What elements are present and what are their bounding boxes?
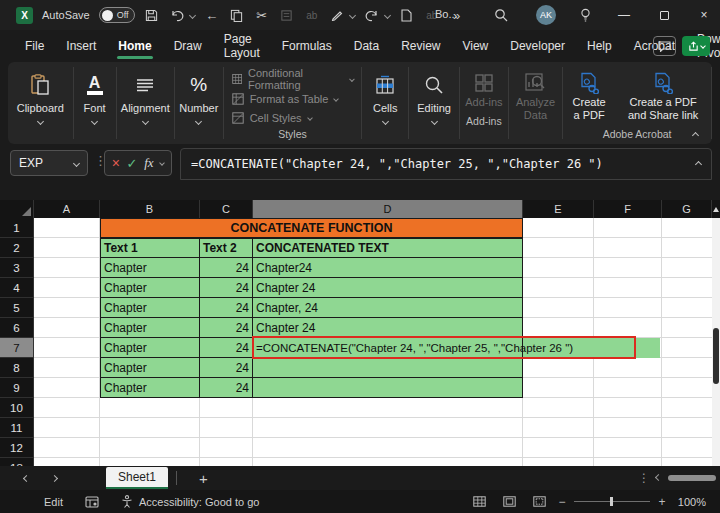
vertical-scrollbar[interactable] [712, 200, 720, 466]
select-all-button[interactable] [0, 200, 34, 218]
clipboard-group-button[interactable]: Clipboard [8, 62, 73, 144]
cell-d7-formula[interactable]: =CONCATENATE("Chapter 24, ","Chapter 25,… [253, 338, 523, 358]
zoom-level[interactable]: 100% [670, 496, 706, 508]
undo-icon[interactable] [169, 7, 185, 23]
tab-developer[interactable]: Developer [499, 30, 576, 62]
row-header-6[interactable]: 6 [0, 318, 34, 338]
row-header-4[interactable]: 4 [0, 278, 34, 298]
cell-c5[interactable]: 24 [200, 298, 253, 318]
column-header-f[interactable]: F [594, 200, 662, 218]
prev-sheet-chevron-icon[interactable] [22, 474, 29, 481]
cut-icon[interactable]: ✂ [254, 7, 270, 23]
tab-review[interactable]: Review [390, 30, 451, 62]
row-header-5[interactable]: 5 [0, 298, 34, 318]
cell-b7[interactable]: Chapter [100, 338, 200, 358]
tab-help[interactable]: Help [576, 30, 623, 62]
pen-icon[interactable] [329, 7, 345, 23]
cell-b2[interactable]: Text 1 [100, 238, 200, 258]
cell-b3[interactable]: Chapter [100, 258, 200, 278]
row-header-11[interactable]: 11 [0, 418, 34, 438]
column-header-d[interactable]: D [253, 200, 523, 218]
zoom-slider[interactable] [574, 501, 650, 502]
redo-dropdown-chevron-icon[interactable] [384, 11, 391, 18]
row-header-13[interactable]: 13 [0, 458, 34, 466]
autosave-toggle[interactable]: Off [99, 7, 135, 23]
record-macro-icon[interactable] [85, 496, 99, 508]
cell-b5[interactable]: Chapter [100, 298, 200, 318]
cell-d6[interactable]: Chapter 24 [253, 318, 523, 338]
number-group-button[interactable]: % Number [175, 62, 223, 144]
font-group-button[interactable]: A Font [73, 62, 115, 144]
cell-b6[interactable]: Chapter [100, 318, 200, 338]
zoom-out-button[interactable]: − [554, 495, 570, 509]
add-sheet-button[interactable]: + [199, 470, 208, 487]
row-header-9[interactable]: 9 [0, 378, 34, 398]
cell-c7[interactable]: 24 [200, 338, 253, 358]
copy-icon[interactable] [229, 7, 245, 23]
sheet-tab-sheet1[interactable]: Sheet1 [106, 467, 168, 489]
close-button[interactable]: × [692, 3, 716, 27]
page-break-view-icon[interactable] [524, 496, 554, 507]
cell-d9[interactable] [253, 378, 523, 398]
cancel-entry-icon[interactable]: × [112, 155, 120, 171]
insert-function-icon[interactable]: fx [144, 155, 153, 171]
back-arrow-icon[interactable]: ← [204, 7, 220, 23]
cell-d3[interactable]: Chapter24 [253, 258, 523, 278]
tab-data[interactable]: Data [343, 30, 390, 62]
row-header-3[interactable]: 3 [0, 258, 34, 278]
editing-group-button[interactable]: Editing [409, 62, 459, 144]
cell-b4[interactable]: Chapter [100, 278, 200, 298]
horizontal-scrollbar-thumb[interactable] [668, 475, 716, 481]
cell-c8[interactable]: 24 [200, 358, 253, 378]
lightbulb-icon[interactable] [577, 7, 593, 23]
column-header-e[interactable]: E [523, 200, 594, 218]
create-pdf-share-button[interactable]: Create a PDF and Share link [615, 62, 711, 122]
redo-icon[interactable] [364, 7, 380, 23]
cell-d4[interactable]: Chapter 24 [253, 278, 523, 298]
tab-formulas[interactable]: Formulas [271, 30, 343, 62]
row-header-10[interactable]: 10 [0, 398, 34, 418]
share-button[interactable] [682, 36, 710, 56]
cell-styles-button[interactable]: Cell Styles [232, 109, 354, 129]
column-header-b[interactable]: B [100, 200, 200, 218]
normal-view-icon[interactable] [464, 496, 494, 507]
sheet-bar-menu-icon[interactable]: ⋮ [638, 471, 650, 485]
search-icon[interactable] [493, 7, 509, 23]
hscroll-left-arrow-icon[interactable] [655, 474, 662, 481]
row-header-12[interactable]: 12 [0, 438, 34, 458]
pen-dropdown-chevron-icon[interactable] [349, 11, 356, 18]
column-header-a[interactable]: A [34, 200, 100, 218]
row-header-1[interactable]: 1 [0, 218, 34, 238]
cell-d2[interactable]: CONCATENATED TEXT [253, 238, 523, 258]
avatar[interactable]: AK [536, 5, 556, 25]
create-pdf-button[interactable]: Create a PDF [563, 62, 615, 122]
row-header-8[interactable]: 8 [0, 358, 34, 378]
accessibility-status[interactable]: Accessibility: Good to go [139, 496, 259, 508]
zoom-in-button[interactable]: + [654, 495, 670, 509]
cell-b9[interactable]: Chapter [100, 378, 200, 398]
tab-draw[interactable]: Draw [163, 30, 213, 62]
formula-input[interactable]: =CONCATENATE("Chapter 24, ","Chapter 25,… [180, 148, 712, 180]
cell-c3[interactable]: 24 [200, 258, 253, 278]
workbook-name[interactable]: Bo... [435, 8, 458, 20]
cells-group-button[interactable]: Cells [362, 62, 408, 144]
row-header-7[interactable]: 7 [0, 338, 34, 358]
minimize-button[interactable]: — [612, 3, 636, 27]
row-header-2[interactable]: 2 [0, 238, 34, 258]
alignment-group-button[interactable]: Alignment [117, 62, 174, 144]
accessibility-icon[interactable] [121, 495, 133, 508]
cell-d5[interactable]: Chapter, 24 [253, 298, 523, 318]
column-header-c[interactable]: C [200, 200, 253, 218]
page-layout-view-icon[interactable] [494, 496, 524, 507]
undo-dropdown-chevron-icon[interactable] [189, 11, 196, 18]
cell-c6[interactable]: 24 [200, 318, 253, 338]
next-sheet-chevron-icon[interactable] [50, 474, 57, 481]
document-icon[interactable] [399, 7, 415, 23]
expand-formula-bar-chevron-icon[interactable] [695, 160, 702, 167]
comments-button[interactable] [653, 36, 676, 56]
vertical-scrollbar-thumb[interactable] [713, 328, 719, 384]
table-title-cell[interactable]: CONCATENATE FUNCTION [100, 218, 523, 238]
cell-c4[interactable]: 24 [200, 278, 253, 298]
confirm-entry-icon[interactable]: ✓ [127, 156, 138, 171]
cell-c9[interactable]: 24 [200, 378, 253, 398]
